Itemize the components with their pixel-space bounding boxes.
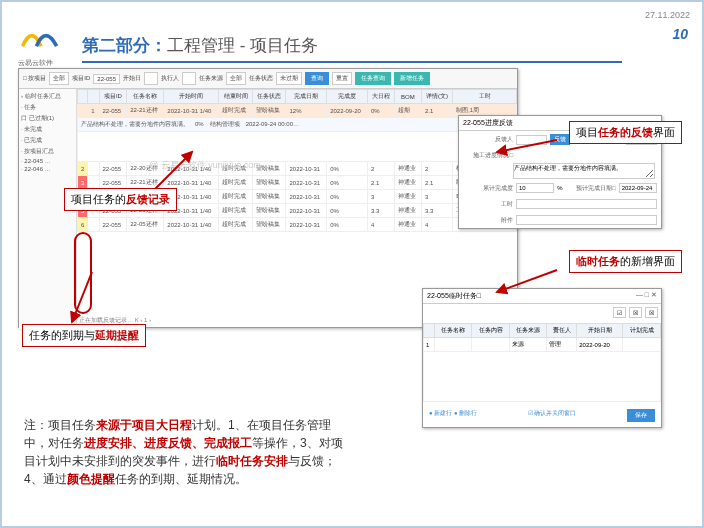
new-task-button[interactable]: 新增任务: [394, 72, 430, 85]
tool-1[interactable]: ☑: [613, 307, 626, 318]
attach-input[interactable]: [516, 215, 657, 225]
slide-title: 第二部分：工程管理 - 项目任务: [82, 34, 622, 63]
callout-feedback-record: 项目任务的反馈记录: [64, 188, 177, 211]
confirm-close[interactable]: ☑ 确认并关闭窗口: [528, 409, 577, 422]
svg-line-2: [497, 140, 557, 152]
pct-input[interactable]: [516, 183, 554, 193]
task-query-button[interactable]: 任务查询: [355, 72, 391, 85]
workhour-input[interactable]: [516, 199, 657, 209]
svg-line-0: [152, 152, 192, 192]
reset-button[interactable]: 重置: [332, 72, 352, 85]
feedback-note[interactable]: 产品结构不处理，需要分地件内容填满。: [513, 163, 655, 179]
footnote: 注：项目任务来源于项目大日程计划。1、在项目任务管理中，对任务进度安排、进度反馈…: [24, 416, 344, 488]
svg-line-1: [72, 272, 92, 322]
temp-task-table[interactable]: 任务名称任务内容任务来源责任人开始日期计划完成 1来源管理2022-09-20: [423, 323, 661, 402]
main-toolbar: □ 按项目全部 项目ID22-055 开始日 执行人 任务来源全部 任务状态未过…: [19, 69, 517, 89]
callout-deadline: 任务的到期与延期提醒: [22, 324, 146, 347]
tool-3[interactable]: ☒: [645, 307, 658, 318]
tool-2[interactable]: ☒: [629, 307, 642, 318]
query-button[interactable]: 查询: [305, 72, 329, 85]
slide-date: 27.11.2022: [645, 10, 690, 20]
save-button[interactable]: 保存: [627, 409, 655, 422]
svg-line-3: [497, 270, 557, 292]
task-screenshot: 22-055临时任务□— □ ✕ ☑☒☒ 任务名称任务内容任务来源责任人开始日期…: [422, 288, 662, 428]
callout-temp-task: 临时任务的新增界面: [569, 250, 682, 273]
logo: 云易云软件: [18, 20, 64, 68]
callout-feedback-ui: 项目任务的反馈界面: [569, 121, 682, 144]
expect-date[interactable]: [619, 183, 657, 193]
row-ops[interactable]: ● 新建行 ● 删除行: [429, 409, 477, 422]
page-number: 10: [672, 26, 688, 42]
window-buttons[interactable]: — □ ✕: [636, 291, 657, 301]
